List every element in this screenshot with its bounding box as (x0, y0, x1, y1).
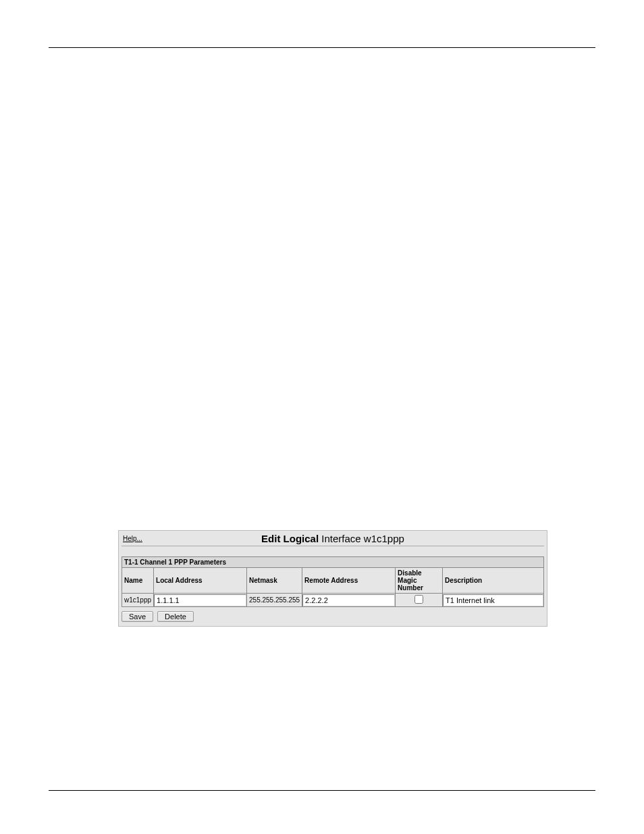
page-footer (49, 790, 595, 793)
disable-magic-checkbox[interactable] (414, 595, 423, 604)
local-address-input[interactable] (154, 594, 246, 606)
delete-button[interactable]: Delete (157, 611, 194, 622)
footer-divider (49, 790, 595, 791)
edit-logical-interface-panel: Help... Edit Logical Interface w1c1ppp T… (118, 530, 547, 627)
col-local-address: Local Address (154, 568, 247, 594)
panel-title-rest: Interface w1c1ppp (319, 533, 404, 544)
description-input[interactable] (443, 594, 543, 606)
help-link[interactable]: Help... (123, 535, 142, 542)
title-divider (122, 546, 544, 546)
save-button[interactable]: Save (122, 611, 153, 622)
ppp-parameters-table: T1-1 Channel 1 PPP Parameters Name Local… (122, 556, 544, 607)
col-remote-address: Remote Address (302, 568, 396, 594)
panel-title: Edit Logical Interface w1c1ppp (119, 531, 547, 544)
top-divider (49, 47, 595, 48)
cell-netmask: 255.255.255.255 (247, 594, 302, 607)
col-netmask: Netmask (247, 568, 302, 594)
remote-address-input[interactable] (302, 594, 395, 606)
table-row: w1c1ppp 255.255.255.255 (122, 594, 544, 607)
group-header: T1-1 Channel 1 PPP Parameters (122, 557, 544, 568)
col-description: Description (443, 568, 544, 594)
panel-title-bold: Edit Logical (261, 533, 319, 544)
col-disable-magic-number: Disable Magic Number (396, 568, 443, 594)
col-name: Name (122, 568, 154, 594)
cell-name: w1c1ppp (122, 594, 154, 607)
